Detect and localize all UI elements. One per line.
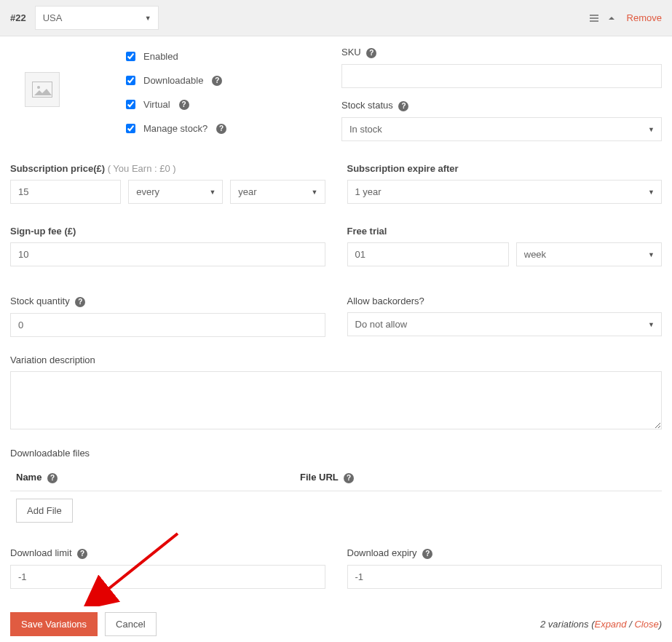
- description-textarea[interactable]: [10, 371, 662, 429]
- signup-fee-input[interactable]: [10, 242, 325, 266]
- variation-id: #22: [10, 12, 26, 23]
- sku-label: SKU ?: [341, 47, 662, 58]
- signup-fee-label: Sign-up fee (£): [10, 226, 325, 237]
- description-label: Variation description: [10, 354, 662, 365]
- files-name-col: Name ?: [16, 472, 300, 483]
- download-expiry-label: Download expiry ?: [347, 547, 663, 559]
- stock-qty-input[interactable]: [10, 313, 325, 337]
- remove-link[interactable]: Remove: [627, 12, 662, 23]
- expire-select[interactable]: 1 year: [347, 180, 663, 204]
- stock-status-label: Stock status ?: [341, 100, 662, 111]
- variations-summary: 2 variations (Expand / Close): [540, 619, 662, 630]
- help-icon[interactable]: ?: [212, 76, 222, 86]
- expand-link[interactable]: Expand: [594, 619, 626, 630]
- stock-qty-label: Stock quantity ?: [10, 296, 325, 307]
- save-variations-button[interactable]: Save Variations: [10, 612, 98, 636]
- collapse-icon[interactable]: [605, 12, 618, 25]
- cancel-button[interactable]: Cancel: [105, 612, 156, 636]
- download-expiry-input[interactable]: [347, 565, 663, 589]
- add-file-button[interactable]: Add File: [16, 499, 73, 523]
- help-icon[interactable]: ?: [422, 549, 432, 559]
- variation-header: #22 USA Remove: [0, 0, 672, 36]
- virtual-checkbox[interactable]: Virtual ?: [123, 98, 334, 111]
- help-icon[interactable]: ?: [179, 100, 189, 110]
- subscription-price-input[interactable]: [10, 180, 121, 204]
- sku-input[interactable]: [341, 64, 662, 88]
- free-trial-unit-select[interactable]: week: [516, 242, 662, 266]
- subscription-price-label: Subscription price(£) ( You Earn : £0 ): [10, 163, 325, 174]
- price-period-select[interactable]: year: [230, 180, 325, 204]
- downloadable-checkbox[interactable]: Downloadable ?: [123, 74, 334, 87]
- backorders-select[interactable]: Do not allow: [347, 312, 663, 336]
- help-icon[interactable]: ?: [344, 473, 354, 483]
- menu-icon[interactable]: [588, 12, 601, 25]
- help-icon[interactable]: ?: [216, 124, 226, 134]
- free-trial-label: Free trial: [347, 226, 663, 237]
- help-icon[interactable]: ?: [47, 473, 58, 483]
- expire-label: Subscription expire after: [347, 163, 663, 174]
- free-trial-input[interactable]: [347, 242, 509, 266]
- svg-point-1: [37, 86, 40, 89]
- download-limit-input[interactable]: [10, 565, 325, 589]
- manage-stock-checkbox[interactable]: Manage stock? ?: [123, 122, 334, 135]
- files-label: Downloadable files: [10, 448, 662, 459]
- variation-image-placeholder[interactable]: [25, 72, 60, 107]
- close-link[interactable]: Close: [634, 619, 658, 630]
- help-icon[interactable]: ?: [77, 549, 87, 559]
- variant-select[interactable]: USA: [35, 6, 159, 30]
- backorders-label: Allow backorders?: [347, 296, 663, 306]
- files-url-col: File URL ?: [300, 472, 354, 483]
- stock-status-select[interactable]: In stock: [341, 117, 662, 141]
- help-icon[interactable]: ?: [398, 101, 408, 111]
- help-icon[interactable]: ?: [75, 297, 85, 307]
- download-limit-label: Download limit ?: [10, 547, 325, 559]
- enabled-checkbox[interactable]: Enabled: [123, 49, 334, 63]
- price-every-select[interactable]: every: [128, 180, 223, 204]
- help-icon[interactable]: ?: [366, 48, 376, 58]
